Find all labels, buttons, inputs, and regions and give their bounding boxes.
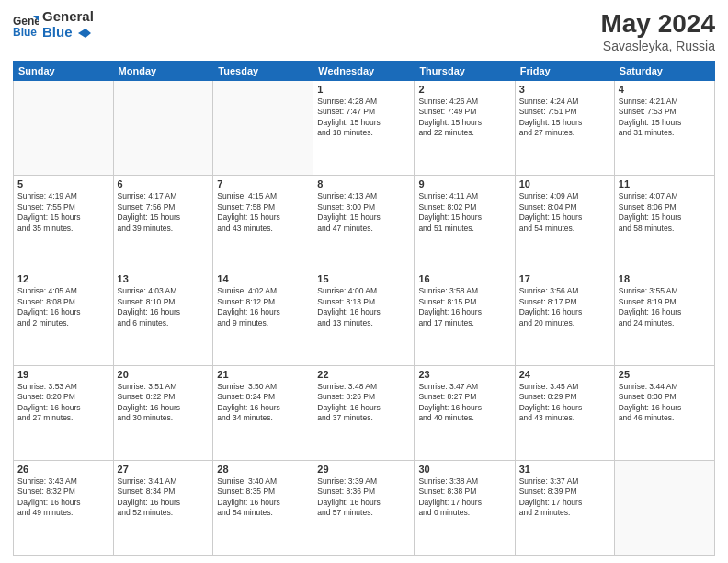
day-info: Sunrise: 3:40 AM Sunset: 8:35 PM Dayligh… [217,477,309,519]
day-number: 16 [418,273,510,284]
calendar-cell: 18Sunrise: 3:55 AM Sunset: 8:19 PM Dayli… [614,270,714,365]
calendar-cell: 26Sunrise: 3:43 AM Sunset: 8:32 PM Dayli… [14,460,114,555]
weekday-sunday: Sunday [14,62,114,81]
logo-blue: Blue [42,25,94,40]
day-info: Sunrise: 3:55 AM Sunset: 8:19 PM Dayligh… [619,286,711,328]
svg-text:Blue: Blue [13,26,37,38]
calendar-cell [14,81,114,176]
day-info: Sunrise: 4:03 AM Sunset: 8:10 PM Dayligh… [118,286,210,328]
calendar-cell: 16Sunrise: 3:58 AM Sunset: 8:15 PM Dayli… [415,270,515,365]
day-number: 10 [519,178,610,190]
day-info: Sunrise: 4:17 AM Sunset: 7:56 PM Dayligh… [118,191,210,234]
day-number: 19 [17,369,109,380]
day-number: 30 [418,464,510,475]
day-info: Sunrise: 4:02 AM Sunset: 8:12 PM Dayligh… [217,286,309,328]
calendar-cell: 8Sunrise: 4:13 AM Sunset: 8:00 PM Daylig… [313,176,415,270]
logo: General Blue General Blue [13,9,94,40]
calendar-cell: 4Sunrise: 4:21 AM Sunset: 7:53 PM Daylig… [614,81,714,176]
logo-icon: General Blue [13,12,39,38]
day-number: 18 [619,273,711,284]
day-number: 4 [619,84,711,95]
calendar-cell: 3Sunrise: 4:24 AM Sunset: 7:51 PM Daylig… [515,81,614,176]
day-info: Sunrise: 4:19 AM Sunset: 7:55 PM Dayligh… [17,191,109,234]
title-block: May 2024 Savasleyka, Russia [600,9,715,53]
calendar-cell [614,460,714,555]
week-row-3: 12Sunrise: 4:05 AM Sunset: 8:08 PM Dayli… [14,270,715,365]
day-info: Sunrise: 4:00 AM Sunset: 8:13 PM Dayligh… [317,286,410,328]
day-number: 29 [317,464,410,475]
day-info: Sunrise: 3:39 AM Sunset: 8:36 PM Dayligh… [317,477,410,519]
logo-arrow-icon [78,29,91,38]
week-row-4: 19Sunrise: 3:53 AM Sunset: 8:20 PM Dayli… [14,365,715,460]
day-number: 28 [217,464,309,475]
header: General Blue General Blue May 2024 Savas… [13,9,715,53]
day-number: 20 [118,369,210,380]
weekday-monday: Monday [113,62,213,81]
day-info: Sunrise: 3:47 AM Sunset: 8:27 PM Dayligh… [418,382,510,424]
calendar-cell: 12Sunrise: 4:05 AM Sunset: 8:08 PM Dayli… [14,270,114,365]
location: Savasleyka, Russia [600,39,715,53]
calendar-cell: 24Sunrise: 3:45 AM Sunset: 8:29 PM Dayli… [515,365,614,460]
calendar-cell: 6Sunrise: 4:17 AM Sunset: 7:56 PM Daylig… [113,176,213,270]
calendar-cell: 31Sunrise: 3:37 AM Sunset: 8:39 PM Dayli… [515,460,614,555]
calendar-cell: 1Sunrise: 4:28 AM Sunset: 7:47 PM Daylig… [313,81,415,176]
calendar-cell: 9Sunrise: 4:11 AM Sunset: 8:02 PM Daylig… [415,176,515,270]
calendar-cell: 25Sunrise: 3:44 AM Sunset: 8:30 PM Dayli… [614,365,714,460]
day-number: 1 [317,84,410,95]
day-number: 11 [619,178,711,190]
day-info: Sunrise: 3:53 AM Sunset: 8:20 PM Dayligh… [17,382,109,424]
calendar-cell: 23Sunrise: 3:47 AM Sunset: 8:27 PM Dayli… [415,365,515,460]
calendar-cell: 29Sunrise: 3:39 AM Sunset: 8:36 PM Dayli… [313,460,415,555]
calendar-cell: 14Sunrise: 4:02 AM Sunset: 8:12 PM Dayli… [213,270,313,365]
week-row-5: 26Sunrise: 3:43 AM Sunset: 8:32 PM Dayli… [14,460,715,555]
day-number: 12 [17,273,109,284]
day-number: 8 [317,178,410,190]
day-number: 26 [17,464,109,475]
calendar-cell: 2Sunrise: 4:26 AM Sunset: 7:49 PM Daylig… [415,81,515,176]
day-number: 17 [519,273,610,284]
calendar-body: 1Sunrise: 4:28 AM Sunset: 7:47 PM Daylig… [14,81,715,556]
day-info: Sunrise: 3:43 AM Sunset: 8:32 PM Dayligh… [17,477,109,519]
calendar-cell: 15Sunrise: 4:00 AM Sunset: 8:13 PM Dayli… [313,270,415,365]
weekday-friday: Friday [515,62,614,81]
calendar-cell: 21Sunrise: 3:50 AM Sunset: 8:24 PM Dayli… [213,365,313,460]
calendar-cell: 13Sunrise: 4:03 AM Sunset: 8:10 PM Dayli… [113,270,213,365]
day-info: Sunrise: 4:21 AM Sunset: 7:53 PM Dayligh… [619,97,711,139]
day-info: Sunrise: 3:41 AM Sunset: 8:34 PM Dayligh… [118,477,210,519]
calendar-cell: 30Sunrise: 3:38 AM Sunset: 8:38 PM Dayli… [415,460,515,555]
day-info: Sunrise: 4:13 AM Sunset: 8:00 PM Dayligh… [317,191,410,234]
day-info: Sunrise: 3:48 AM Sunset: 8:26 PM Dayligh… [317,382,410,424]
day-number: 13 [118,273,210,284]
weekday-wednesday: Wednesday [313,62,415,81]
calendar-cell: 5Sunrise: 4:19 AM Sunset: 7:55 PM Daylig… [14,176,114,270]
day-number: 25 [619,369,711,380]
month-year: May 2024 [600,9,715,39]
day-info: Sunrise: 3:38 AM Sunset: 8:38 PM Dayligh… [418,477,510,519]
day-info: Sunrise: 3:56 AM Sunset: 8:17 PM Dayligh… [519,286,610,328]
day-info: Sunrise: 4:15 AM Sunset: 7:58 PM Dayligh… [217,191,309,234]
day-number: 23 [418,369,510,380]
calendar-cell [113,81,213,176]
week-row-2: 5Sunrise: 4:19 AM Sunset: 7:55 PM Daylig… [14,176,715,270]
day-number: 6 [118,178,210,190]
day-number: 2 [418,84,510,95]
calendar-cell: 10Sunrise: 4:09 AM Sunset: 8:04 PM Dayli… [515,176,614,270]
day-number: 14 [217,273,309,284]
weekday-tuesday: Tuesday [213,62,313,81]
day-info: Sunrise: 3:51 AM Sunset: 8:22 PM Dayligh… [118,382,210,424]
calendar-cell: 19Sunrise: 3:53 AM Sunset: 8:20 PM Dayli… [14,365,114,460]
weekday-saturday: Saturday [614,62,714,81]
day-info: Sunrise: 3:50 AM Sunset: 8:24 PM Dayligh… [217,382,309,424]
calendar-cell: 11Sunrise: 4:07 AM Sunset: 8:06 PM Dayli… [614,176,714,270]
calendar-cell: 17Sunrise: 3:56 AM Sunset: 8:17 PM Dayli… [515,270,614,365]
day-info: Sunrise: 4:11 AM Sunset: 8:02 PM Dayligh… [418,191,510,234]
calendar: SundayMondayTuesdayWednesdayThursdayFrid… [13,61,715,556]
day-info: Sunrise: 4:05 AM Sunset: 8:08 PM Dayligh… [17,286,109,328]
day-info: Sunrise: 3:45 AM Sunset: 8:29 PM Dayligh… [519,382,610,424]
day-info: Sunrise: 3:58 AM Sunset: 8:15 PM Dayligh… [418,286,510,328]
day-number: 21 [217,369,309,380]
calendar-cell: 20Sunrise: 3:51 AM Sunset: 8:22 PM Dayli… [113,365,213,460]
day-info: Sunrise: 4:24 AM Sunset: 7:51 PM Dayligh… [519,97,610,139]
svg-marker-3 [78,29,91,38]
day-number: 27 [118,464,210,475]
